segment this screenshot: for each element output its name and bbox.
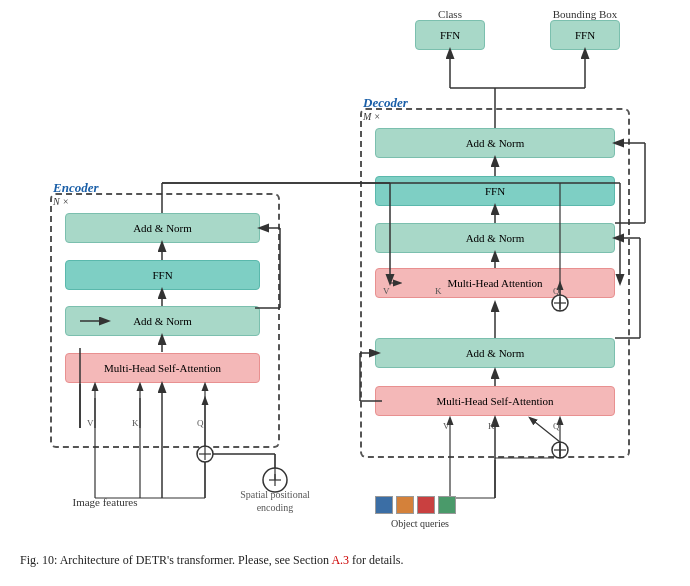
enc-addnorm2-box: Add & Norm xyxy=(65,213,260,243)
dec-ffn-box: FFN xyxy=(375,176,615,206)
dec-mha-q-label: Q xyxy=(553,286,560,296)
dec-addnorm3-box: Add & Norm xyxy=(375,128,615,158)
dec-addnorm2-box: Add & Norm xyxy=(375,223,615,253)
dec-mhsa-box: Multi-Head Self-Attention xyxy=(375,386,615,416)
dec-addnorm1-box: Add & Norm xyxy=(375,338,615,368)
enc-q-label: Q xyxy=(197,418,204,428)
legend-sq-red xyxy=(417,496,435,514)
class-label: Class xyxy=(415,8,485,20)
object-queries-label: Object queries xyxy=(375,518,465,529)
ffn-class-box: FFN xyxy=(415,20,485,50)
dec-mhsa-v-label: V xyxy=(443,421,450,431)
ffn-bbox-box: FFN xyxy=(550,20,620,50)
dec-mha-v-label: V xyxy=(383,286,390,296)
dec-mhsa-k-label: K xyxy=(488,421,495,431)
object-queries-legend xyxy=(375,496,456,514)
section-link[interactable]: A.3 xyxy=(331,553,349,567)
legend-sq-blue xyxy=(375,496,393,514)
svg-point-58 xyxy=(197,446,213,462)
diagram-container: Class Bounding Box FFN FFN Encoder N × A… xyxy=(20,8,670,538)
spatial-encoding-label: Spatial positionalencoding xyxy=(235,488,315,514)
image-features-label: Image features xyxy=(50,496,160,508)
enc-v-label: V xyxy=(87,418,94,428)
legend-sq-green xyxy=(438,496,456,514)
fig-caption: Fig. 10: Architecture of DETR's transfor… xyxy=(20,553,670,568)
fig-caption-end: for details. xyxy=(349,553,403,567)
enc-k-label: K xyxy=(132,418,139,428)
dec-mha-box: Multi-Head Attention xyxy=(375,268,615,298)
enc-ffn-box: FFN xyxy=(65,260,260,290)
enc-addnorm1-box: Add & Norm xyxy=(65,306,260,336)
dec-mhsa-q-label: Q xyxy=(553,421,560,431)
legend-sq-orange xyxy=(396,496,414,514)
bbox-label: Bounding Box xyxy=(530,8,640,20)
fig-caption-text: Fig. 10: Architecture of DETR's transfor… xyxy=(20,553,331,567)
enc-mhsa-box: Multi-Head Self-Attention xyxy=(65,353,260,383)
dec-mha-k-label: K xyxy=(435,286,442,296)
